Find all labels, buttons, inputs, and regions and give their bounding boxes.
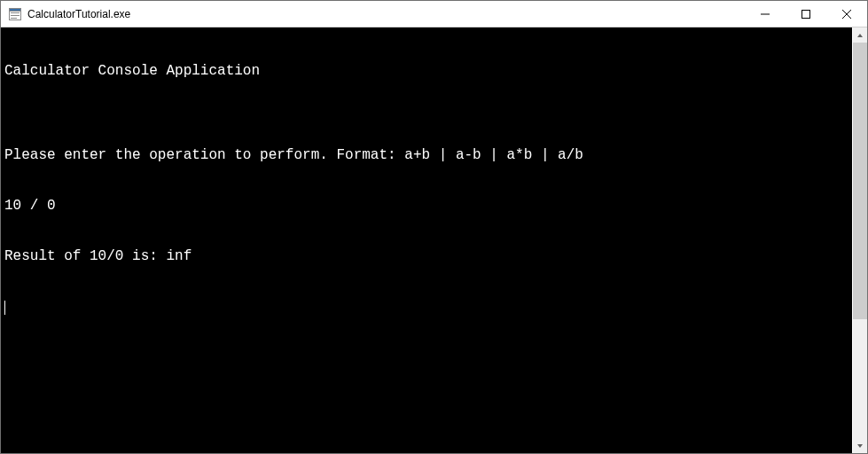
- console-line: Result of 10/0 is: inf: [4, 248, 848, 265]
- console-cursor-line: [4, 299, 848, 316]
- titlebar[interactable]: CalculatorTutorial.exe: [1, 1, 867, 27]
- scroll-up-button[interactable]: [853, 27, 867, 43]
- app-icon: [8, 7, 22, 21]
- console-line: 10 / 0: [4, 198, 848, 215]
- console-output[interactable]: Calculator Console Application Please en…: [1, 27, 852, 453]
- svg-rect-1: [10, 8, 21, 11]
- svg-rect-2: [11, 12, 20, 13]
- scroll-thumb[interactable]: [853, 43, 867, 319]
- vertical-scrollbar[interactable]: [852, 27, 867, 453]
- window-title: CalculatorTutorial.exe: [27, 8, 130, 20]
- console-line: Calculator Console Application: [4, 63, 848, 80]
- client-area: Calculator Console Application Please en…: [1, 27, 867, 453]
- svg-rect-6: [802, 10, 810, 18]
- scroll-track[interactable]: [853, 43, 867, 438]
- close-button[interactable]: [826, 1, 867, 27]
- minimize-button[interactable]: [745, 1, 786, 27]
- svg-rect-3: [11, 15, 20, 16]
- window-controls: [745, 1, 867, 27]
- svg-rect-4: [11, 18, 17, 19]
- scroll-down-button[interactable]: [853, 438, 867, 453]
- text-cursor: [4, 301, 5, 315]
- console-text: Result of 10/0 is: inf: [4, 248, 192, 264]
- maximize-button[interactable]: [786, 1, 826, 27]
- console-line: Please enter the operation to perform. F…: [4, 147, 848, 164]
